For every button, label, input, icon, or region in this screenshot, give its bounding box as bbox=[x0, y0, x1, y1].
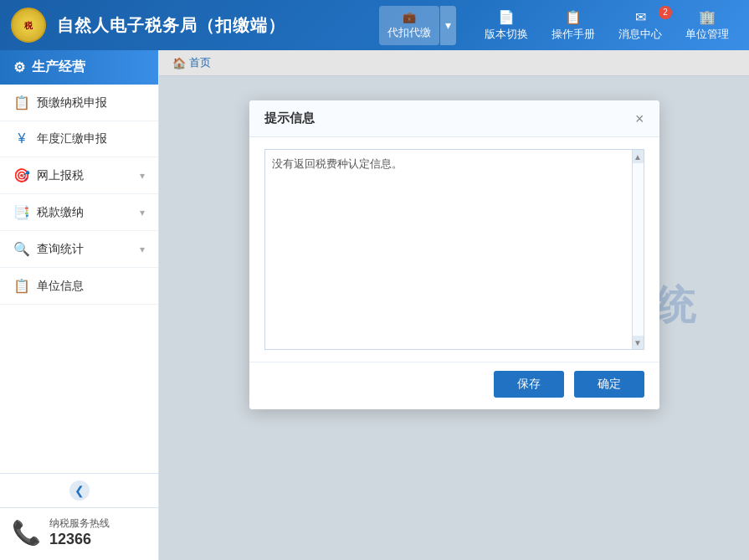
online-tax-arrow: ▾ bbox=[140, 170, 145, 182]
dkdj-label: 代扣代缴 bbox=[387, 25, 431, 40]
dkdj-group: 💼 代扣代缴 ▾ bbox=[379, 6, 456, 45]
version-icon: 📄 bbox=[498, 9, 515, 25]
manual-label: 操作手册 bbox=[551, 27, 595, 42]
save-button[interactable]: 保存 bbox=[494, 371, 564, 398]
sidebar-item-query[interactable]: 🔍 查询统计 ▾ bbox=[0, 231, 158, 268]
annual-icon: ¥ bbox=[13, 131, 30, 146]
nav-version-switch[interactable]: 📄 版本切换 bbox=[473, 4, 540, 47]
query-arrow: ▾ bbox=[140, 244, 145, 255]
sidebar-collapse-button[interactable]: ❮ bbox=[0, 473, 158, 507]
company-icon: 🏢 bbox=[699, 9, 716, 25]
dialog-textarea[interactable] bbox=[265, 150, 644, 349]
company-info-icon: 📋 bbox=[13, 278, 30, 294]
hotline-info: 纳税服务热线 12366 bbox=[49, 516, 110, 548]
sidebar-item-annual[interactable]: ¥ 年度汇缴申报 bbox=[0, 121, 158, 157]
sidebar-item-online-tax[interactable]: 🎯 网上报税 ▾ bbox=[0, 157, 158, 194]
confirm-button[interactable]: 确定 bbox=[574, 371, 644, 398]
scrollbar-track bbox=[633, 163, 644, 336]
annual-label: 年度汇缴申报 bbox=[37, 131, 107, 146]
sidebar-item-company-info[interactable]: 📋 单位信息 bbox=[0, 268, 158, 305]
prepay-label: 预缴纳税申报 bbox=[37, 95, 107, 110]
sidebar-section-title: 生产经营 bbox=[32, 59, 85, 76]
main-content: 🏠 首页 系统 提示信息 × ▲ ▼ bbox=[159, 50, 749, 560]
nav-manual[interactable]: 📋 操作手册 bbox=[540, 4, 607, 47]
logo-emblem: 税 bbox=[11, 8, 46, 43]
scrollbar-down[interactable]: ▼ bbox=[633, 336, 644, 349]
scrollbar-up[interactable]: ▲ bbox=[633, 150, 644, 163]
sidebar-item-tax-payment[interactable]: 📑 税款缴纳 ▾ bbox=[0, 194, 158, 231]
sidebar-item-prepay[interactable]: 📋 预缴纳税申报 bbox=[0, 85, 158, 121]
dialog-scrollbar: ▲ ▼ bbox=[632, 150, 644, 349]
query-label: 查询统计 bbox=[37, 242, 84, 257]
version-switch-label: 版本切换 bbox=[485, 27, 528, 42]
dialog-overlay: 提示信息 × ▲ ▼ 保存 确定 bbox=[159, 50, 749, 560]
hotline-icon: 📞 bbox=[12, 519, 41, 547]
online-tax-label: 网上报税 bbox=[37, 168, 84, 183]
hotline-label: 纳税服务热线 bbox=[49, 516, 110, 531]
nav-messages[interactable]: ✉ 消息中心 2 bbox=[607, 4, 674, 47]
dialog-content-wrapper: ▲ ▼ bbox=[264, 149, 644, 350]
prepay-icon: 📋 bbox=[13, 95, 30, 110]
messages-label: 消息中心 bbox=[618, 27, 662, 42]
sidebar-section-header: ⚙ 生产经营 bbox=[0, 50, 158, 85]
dialog-footer: 保存 确定 bbox=[249, 362, 659, 409]
sidebar-footer: 📞 纳税服务热线 12366 bbox=[0, 507, 158, 560]
sidebar-menu: 📋 预缴纳税申报 ¥ 年度汇缴申报 🎯 网上报税 ▾ 📑 税款缴纳 ▾ 🔍 查询… bbox=[0, 85, 158, 473]
main-layout: ⚙ 生产经营 📋 预缴纳税申报 ¥ 年度汇缴申报 🎯 网上报税 ▾ 📑 税款缴纳… bbox=[0, 50, 749, 560]
dialog-header: 提示信息 × bbox=[249, 100, 659, 137]
company-label: 单位管理 bbox=[685, 27, 729, 42]
app-logo: 税 bbox=[8, 5, 49, 45]
query-icon: 🔍 bbox=[13, 241, 30, 257]
dialog-box: 提示信息 × ▲ ▼ 保存 确定 bbox=[249, 100, 659, 409]
dialog-title: 提示信息 bbox=[264, 110, 315, 126]
tax-payment-arrow: ▾ bbox=[140, 207, 145, 218]
messages-icon: ✉ bbox=[635, 9, 646, 25]
dkdj-dropdown-arrow[interactable]: ▾ bbox=[440, 6, 456, 45]
dialog-body: ▲ ▼ bbox=[249, 137, 659, 362]
sidebar: ⚙ 生产经营 📋 预缴纳税申报 ¥ 年度汇缴申报 🎯 网上报税 ▾ 📑 税款缴纳… bbox=[0, 50, 159, 560]
app-header: 税 自然人电子税务局（扣缴端） 💼 代扣代缴 ▾ 📄 版本切换 📋 操作手册 ✉… bbox=[0, 0, 749, 50]
dkdj-button[interactable]: 💼 代扣代缴 bbox=[379, 6, 439, 45]
header-nav: 📄 版本切换 📋 操作手册 ✉ 消息中心 2 🏢 单位管理 bbox=[473, 4, 741, 47]
collapse-icon: ❮ bbox=[69, 480, 90, 501]
online-tax-icon: 🎯 bbox=[13, 167, 30, 183]
dialog-close-button[interactable]: × bbox=[635, 111, 644, 126]
tax-payment-icon: 📑 bbox=[13, 204, 30, 220]
sidebar-section-icon: ⚙ bbox=[13, 59, 25, 75]
company-info-label: 单位信息 bbox=[37, 279, 84, 294]
hotline-number: 12366 bbox=[49, 531, 110, 548]
manual-icon: 📋 bbox=[565, 9, 582, 25]
message-badge: 2 bbox=[659, 6, 672, 19]
tax-payment-label: 税款缴纳 bbox=[37, 205, 84, 220]
wallet-icon: 💼 bbox=[403, 11, 416, 23]
app-title: 自然人电子税务局（扣缴端） bbox=[57, 14, 379, 37]
nav-company[interactable]: 🏢 单位管理 bbox=[674, 4, 741, 47]
